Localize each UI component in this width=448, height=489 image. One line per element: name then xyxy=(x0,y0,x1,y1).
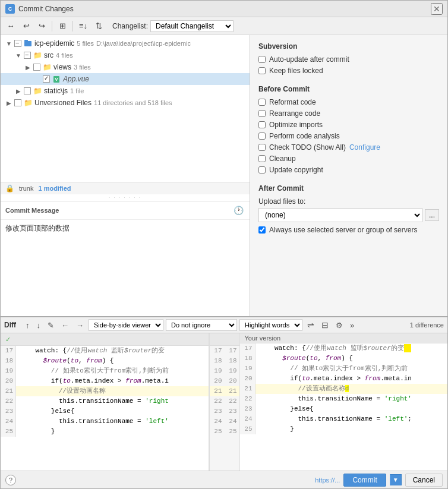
diff-more-button[interactable]: » xyxy=(348,320,356,331)
commit-message-input[interactable]: 修改页面顶部的数据 xyxy=(1,219,250,314)
diff-right-header-label: Your version xyxy=(245,335,281,342)
line-num-23-left: 23 xyxy=(1,406,16,417)
diff-left-checkmark: ✓ xyxy=(5,336,11,343)
commit-button[interactable]: Commit xyxy=(343,474,386,487)
before-commit-title: Before Commit xyxy=(258,85,439,93)
perform-checkbox[interactable] xyxy=(258,132,266,140)
diff-num-right-23: 23 xyxy=(225,406,239,417)
arrow-views: ▶ xyxy=(24,64,31,71)
tree-meta-src: 4 files xyxy=(56,52,73,59)
diff-right-panel: Your version 17 watch: {//使用watch 监听$rou… xyxy=(240,333,448,471)
tree-label-app-vue: App.vue xyxy=(63,75,89,83)
changelist-select[interactable]: Default Changelist xyxy=(150,20,234,32)
diff-num-right-17: 17 xyxy=(225,346,239,356)
diff-next-button[interactable]: ↓ xyxy=(34,320,43,331)
diff-prev-button[interactable]: ↑ xyxy=(23,320,32,331)
diff-num-pair-23: 23 23 xyxy=(210,406,239,417)
diff-num-right-18: 18 xyxy=(225,356,239,366)
diff-back-button[interactable]: ← xyxy=(59,320,71,331)
checkbox-views[interactable] xyxy=(33,64,40,71)
group-button[interactable]: ⊞ xyxy=(56,20,69,33)
help-button[interactable]: ? xyxy=(5,475,16,485)
diff-middle-panel: 17 17 18 18 19 19 20 20 xyxy=(209,333,240,471)
close-button[interactable]: ✕ xyxy=(431,3,443,15)
reformat-checkbox[interactable] xyxy=(258,99,266,106)
diff-num-pair-19: 19 19 xyxy=(210,366,239,376)
sort-module-button[interactable]: ⇅ xyxy=(92,20,105,33)
keep-files-checkbox[interactable] xyxy=(258,67,266,74)
line-num-22-right: 22 xyxy=(240,394,255,404)
bottom-left: ? xyxy=(5,475,16,485)
toolbar-separator-1 xyxy=(52,21,52,31)
auto-update-checkbox[interactable] xyxy=(258,56,266,63)
diff-forward-button[interactable]: → xyxy=(74,320,86,331)
viewer-select[interactable]: Side-by-side viewer Unified viewer xyxy=(89,319,163,331)
diff-num-right-20: 20 xyxy=(225,376,239,386)
diff-middle-lines: 17 17 18 18 19 19 20 20 xyxy=(210,346,239,437)
tree-label-src: src xyxy=(44,51,53,59)
modified-count[interactable]: 1 modified xyxy=(38,185,71,192)
main-content: ▼ icp-epidemic 5 files D:\java\idea\proj… xyxy=(1,35,447,316)
sort-alpha-button[interactable]: ≡↓ xyxy=(77,20,90,33)
cleanup-row: Cleanup xyxy=(258,154,439,163)
ignore-select[interactable]: Do not ignore Ignore whitespace Ignore b… xyxy=(166,319,237,331)
rearrange-checkbox[interactable] xyxy=(258,110,266,117)
checkbox-static-js[interactable] xyxy=(24,87,31,94)
commit-dropdown-button[interactable]: ▼ xyxy=(390,474,402,485)
drag-handle[interactable]: · · · · · · · xyxy=(1,194,250,201)
cleanup-label: Cleanup xyxy=(269,154,296,163)
commit-message-settings-button[interactable]: 🕐 xyxy=(232,204,245,217)
rearrange-row: Rearrange code xyxy=(258,109,439,118)
diff-left-panel: ✓ 17 watch: {//使用watch 监听$router的变 18 $r… xyxy=(1,333,209,471)
upload-select-more-button[interactable]: ... xyxy=(425,209,439,221)
after-commit-title: After Commit xyxy=(258,184,439,193)
tree-item-src[interactable]: ▼ 📁 src 4 files xyxy=(1,49,250,61)
arrow-icp-epidemic: ▼ xyxy=(5,40,12,47)
main-toolbar: ↔ ↩ ↪ ⊞ ≡↓ ⇅ Changelist: Default Changel… xyxy=(1,17,447,35)
diff-line-22-left: 22 this.transitionName = 'right xyxy=(1,396,209,406)
tree-item-icp-epidemic[interactable]: ▼ icp-epidemic 5 files D:\java\idea\proj… xyxy=(1,37,250,49)
diff-line-18-right: 18 $route(to, from) { xyxy=(240,354,448,364)
diff-columns-button[interactable]: ⊟ xyxy=(319,319,331,331)
toolbar-separator-2 xyxy=(72,21,73,31)
line-content-24-right: this.transitionName = 'left'; xyxy=(255,414,448,424)
cancel-button[interactable]: Cancel xyxy=(405,474,443,487)
commit-message-section: Commit Message 🕐 修改页面顶部的数据 xyxy=(1,201,250,316)
diff-edit-button[interactable]: ✎ xyxy=(45,320,56,331)
move-to-changelist-button[interactable]: ↔ xyxy=(4,20,17,33)
upload-select[interactable]: (none) xyxy=(258,208,422,222)
check-todo-checkbox[interactable] xyxy=(258,144,266,151)
always-use-checkbox[interactable] xyxy=(258,226,266,234)
diff-line-19-left: 19 // 如果to索引大于from索引,判断为前 xyxy=(1,366,209,376)
undo-button[interactable]: ↩ xyxy=(20,20,33,33)
checkbox-src[interactable] xyxy=(24,52,31,59)
configure-link[interactable]: Configure xyxy=(349,143,380,152)
check-todo-row: Check TODO (Show All) Configure xyxy=(258,143,439,152)
optimize-checkbox[interactable] xyxy=(258,121,266,128)
diff-num-right-22: 22 xyxy=(225,396,239,406)
update-copyright-checkbox[interactable] xyxy=(258,166,266,173)
line-content-19-left: // 如果to索引大于from索引,判断为前 xyxy=(16,366,209,376)
bottom-bar: ? https://... Commit ▼ Cancel xyxy=(1,471,447,488)
diff-num-left-25: 25 xyxy=(210,427,225,437)
checkbox-unversioned[interactable] xyxy=(14,99,21,106)
redo-button[interactable]: ↪ xyxy=(35,20,48,33)
tree-item-app-vue[interactable]: V App.vue xyxy=(1,73,250,85)
checkbox-app-vue[interactable] xyxy=(43,75,50,83)
line-content-24-left: this.transitionName = 'left' xyxy=(16,417,209,427)
rearrange-label: Rearrange code xyxy=(269,109,320,118)
line-num-18-left: 18 xyxy=(1,356,16,366)
diff-num-pair-21: 21 21 xyxy=(210,386,239,396)
highlight-select[interactable]: Highlight words xyxy=(239,319,302,331)
tree-item-static-js[interactable]: ▶ 📁 static\js 1 file xyxy=(1,85,250,97)
line-content-21-left: //设置动画名称 xyxy=(16,386,209,396)
diff-section: Diff ↑ ↓ ✎ ← → Side-by-side viewer Unifi… xyxy=(1,316,447,471)
checkbox-icp-epidemic[interactable] xyxy=(14,40,21,47)
diff-align-button[interactable]: ⇌ xyxy=(305,319,317,331)
tree-item-unversioned[interactable]: ▶ 📁 Unversioned Files 11 directories and… xyxy=(1,97,250,109)
tree-item-views[interactable]: ▶ 📁 views 3 files xyxy=(1,61,250,73)
diff-settings-button[interactable]: ⚙ xyxy=(333,320,345,331)
cleanup-checkbox[interactable] xyxy=(258,155,266,162)
changelist-label: Changelist: xyxy=(112,22,148,30)
tree-meta-icp-epidemic: 5 files xyxy=(77,40,94,47)
